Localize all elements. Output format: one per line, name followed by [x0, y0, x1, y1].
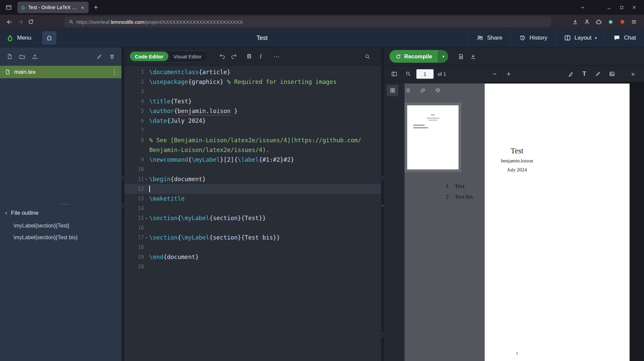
- forward-icon[interactable]: [15, 16, 25, 27]
- home-button[interactable]: [42, 31, 56, 45]
- line-number: 5: [124, 106, 144, 116]
- highlighter-icon[interactable]: [565, 68, 577, 80]
- recompile-options-caret-icon[interactable]: ▾: [438, 50, 448, 63]
- upload-icon[interactable]: [29, 51, 41, 63]
- outline-resize-handle[interactable]: [0, 202, 121, 206]
- extension-a-icon[interactable]: [605, 16, 616, 27]
- editor-search-icon[interactable]: [362, 51, 373, 62]
- tab-visual-editor[interactable]: Visual Editor: [168, 54, 207, 59]
- code-line[interactable]: Benjamin-Loison/latex2e/issues/4).: [124, 145, 381, 155]
- code-line[interactable]: 19\end{document}: [124, 252, 381, 262]
- pdf-search-icon[interactable]: [402, 68, 414, 80]
- file-name: main.tex: [14, 69, 111, 75]
- code-line[interactable]: 11▾\begin{document}: [124, 174, 381, 184]
- text-tool-icon[interactable]: T: [578, 68, 590, 80]
- code-line[interactable]: 10: [124, 165, 381, 174]
- redo-icon[interactable]: [228, 51, 239, 62]
- window-minimize-button[interactable]: [602, 2, 615, 13]
- file-menu-kebab-icon[interactable]: ⋮: [111, 68, 118, 76]
- delete-trash-icon[interactable]: [106, 51, 118, 63]
- editor-pdf-resizer[interactable]: ›: [381, 47, 384, 361]
- insert-image-icon[interactable]: [606, 68, 618, 80]
- downloads-icon[interactable]: [570, 16, 581, 27]
- code-line[interactable]: 16: [124, 223, 381, 233]
- project-title: Test: [56, 35, 468, 42]
- window-close-button[interactable]: [628, 2, 641, 13]
- new-tab-button[interactable]: +: [91, 2, 101, 13]
- code-line[interactable]: 17▾\section{\myLabel{section}{Test bis}}: [124, 233, 381, 243]
- list-all-tabs-icon[interactable]: [577, 2, 588, 13]
- rename-pencil-icon[interactable]: [93, 51, 105, 63]
- zoom-in-plus-icon[interactable]: [502, 68, 515, 80]
- reload-icon[interactable]: [25, 16, 36, 27]
- outline-chevron-down-icon: ∨: [5, 211, 8, 215]
- code-line[interactable]: 6\date{July 2024}: [124, 116, 381, 126]
- fold-arrow-icon[interactable]: ▾: [144, 174, 149, 184]
- recompile-button[interactable]: Recompile: [389, 50, 438, 63]
- new-folder-icon[interactable]: [16, 51, 28, 63]
- extensions-puzzle-icon[interactable]: [593, 16, 604, 27]
- url-text: https://overleaf.lemnoslife.com/project/…: [76, 19, 243, 25]
- browser-tab[interactable]: Test - Online LaTeX Editor ×: [17, 2, 89, 13]
- menu-hamburger-icon[interactable]: [629, 16, 639, 27]
- layers-icon[interactable]: [432, 85, 443, 96]
- code-line[interactable]: 18: [124, 243, 381, 252]
- more-tools-ellipsis-icon[interactable]: ⋯: [271, 51, 282, 62]
- tab-close-icon[interactable]: ×: [79, 4, 86, 10]
- zoom-out-minus-icon[interactable]: [488, 68, 500, 80]
- code-line[interactable]: 7: [124, 126, 381, 136]
- code-line[interactable]: 8% See [Benjamin-Loison/latex2e/issues/4…: [124, 136, 381, 145]
- new-file-icon[interactable]: [3, 51, 15, 63]
- view-logs-icon[interactable]: [455, 50, 467, 62]
- url-bar[interactable]: https://overleaf.lemnoslife.com/project/…: [64, 16, 551, 27]
- fold-arrow-icon[interactable]: ▾: [144, 233, 149, 243]
- history-button[interactable]: History: [511, 29, 555, 47]
- outline-item[interactable]: \myLabel{section}{Test bis}: [0, 231, 121, 243]
- italic-icon[interactable]: I: [255, 51, 266, 62]
- code-line[interactable]: 20: [124, 262, 381, 272]
- code-line[interactable]: 3: [124, 87, 381, 97]
- page-number-input[interactable]: [416, 69, 434, 79]
- bold-icon[interactable]: B: [244, 51, 255, 62]
- code-line[interactable]: 12: [124, 184, 381, 194]
- code-editor[interactable]: 1\documentclass{article}2\usepackage{gra…: [124, 66, 381, 361]
- outline-item[interactable]: \myLabel{section}{Test}: [0, 220, 121, 231]
- layout-button[interactable]: Layout ▾: [555, 29, 605, 47]
- code-line[interactable]: 2\usepackage{graphicx} % Required for in…: [124, 77, 381, 87]
- download-pdf-icon[interactable]: [467, 50, 479, 62]
- browser-tab-bar: Test - Online LaTeX Editor × +: [0, 0, 644, 15]
- extension-b-shield-icon[interactable]: [617, 16, 628, 27]
- file-outline-header[interactable]: ∨ File outline: [0, 206, 121, 220]
- code-line[interactable]: 15▾\section{\myLabel{section}{Test}}: [124, 213, 381, 223]
- more-tools-chevrons-icon[interactable]: »: [627, 68, 639, 80]
- fold-arrow-icon[interactable]: ▾: [144, 213, 149, 223]
- menu-button[interactable]: Menu: [0, 29, 38, 47]
- code-line[interactable]: 14: [124, 204, 381, 213]
- file-item-main-tex[interactable]: main.tex ⋮: [0, 66, 121, 78]
- code-line[interactable]: 5\author{benjamin.loison }: [124, 106, 381, 116]
- collapse-chevron-icon[interactable]: ›: [381, 202, 384, 208]
- tab-code-editor[interactable]: Code Editor: [130, 52, 168, 61]
- chat-button[interactable]: Chat: [605, 29, 644, 47]
- account-icon[interactable]: [582, 16, 592, 27]
- window-maximize-button[interactable]: [615, 2, 628, 13]
- code-line[interactable]: 9\newcommand{\myLabel}[2]{\label{#1:#2}#…: [124, 155, 381, 165]
- line-number: 4: [124, 97, 144, 106]
- editor-toolbar: Code Editor Visual Editor B I ⋯: [124, 47, 381, 66]
- toggle-sidebar-icon[interactable]: [388, 68, 400, 80]
- code-line[interactable]: 13\maketitle: [124, 194, 381, 204]
- outline-list-icon[interactable]: [402, 85, 413, 96]
- firefox-view-icon[interactable]: [3, 2, 14, 13]
- page-thumbnail-selected[interactable]: Test: [405, 103, 461, 172]
- undo-icon[interactable]: [217, 51, 228, 62]
- thumbnails-grid-icon[interactable]: [387, 85, 398, 96]
- left-panel-resizer[interactable]: [121, 47, 124, 361]
- back-icon[interactable]: [4, 16, 15, 27]
- line-number: 2: [124, 77, 144, 87]
- share-button[interactable]: Share: [468, 29, 510, 47]
- attachments-paperclip-icon[interactable]: [417, 85, 428, 96]
- code-line[interactable]: 4\title{Test}: [124, 97, 381, 106]
- code-text: \end{document}: [149, 252, 199, 262]
- code-line[interactable]: 1\documentclass{article}: [124, 67, 381, 77]
- draw-pencil-icon[interactable]: [592, 68, 604, 80]
